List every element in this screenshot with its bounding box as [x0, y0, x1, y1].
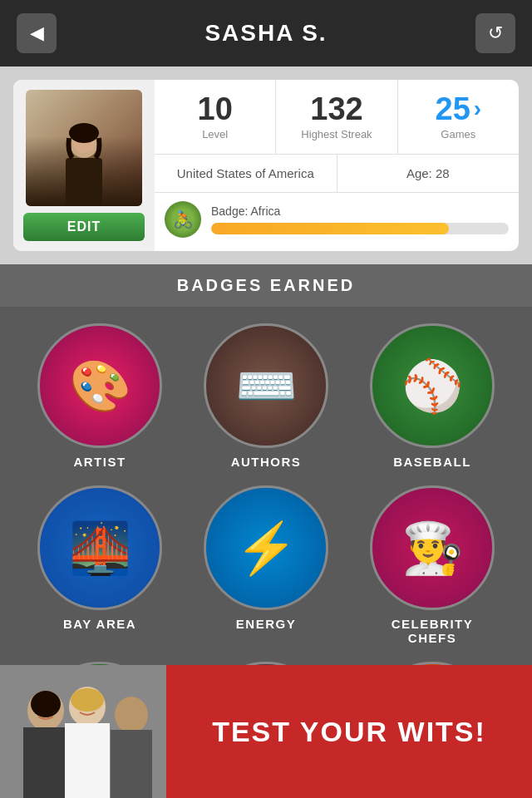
badge-progress-row: 🚴 Badge: Africa: [155, 193, 519, 246]
svg-rect-12: [111, 730, 152, 798]
svg-point-7: [31, 691, 61, 717]
stats-section: 10 Level 132 Highest Streak 25 › Games: [155, 80, 519, 251]
badge-name-1: AUTHORS: [231, 455, 302, 469]
games-stat[interactable]: 25 › Games: [398, 80, 519, 154]
badge-item[interactable]: 👨‍🍳CELEBRITY CHEFS: [357, 485, 507, 645]
badge-name-2: BASEBALL: [393, 455, 471, 469]
age-cell: Age: 28: [337, 155, 520, 192]
banner-red: TEST YOUR WITS!: [166, 665, 532, 798]
streak-label: Highest Streak: [301, 128, 372, 140]
avatar-section: EDIT: [13, 80, 155, 251]
level-label: Level: [202, 128, 228, 140]
banner-photo: [0, 665, 166, 798]
bottom-banner[interactable]: TEST YOUR WITS!: [0, 665, 532, 798]
badges-header: BADGES EARNED: [0, 264, 532, 307]
back-button[interactable]: ◀: [17, 13, 57, 53]
games-label: Games: [441, 128, 475, 140]
badge-name-4: ENERGY: [236, 617, 296, 631]
edit-button[interactable]: EDIT: [23, 213, 145, 241]
profile-section: EDIT 10 Level 132 Highest Streak 25: [0, 66, 532, 264]
profile-card: EDIT 10 Level 132 Highest Streak 25: [13, 80, 519, 251]
badge-item[interactable]: ⚡ENERGY: [191, 485, 341, 645]
badge-info: Badge: Africa: [211, 204, 509, 234]
country-cell: United States of America: [155, 155, 337, 192]
badge-item[interactable]: 🌉BAY AREA: [25, 485, 175, 645]
streak-stat: 132 Highest Streak: [276, 80, 397, 154]
badge-circle-1: ⌨️: [204, 323, 328, 448]
level-stat: 10 Level: [155, 80, 276, 154]
badge-item[interactable]: 🎨ARTIST: [25, 323, 175, 469]
games-value: 25: [436, 93, 470, 125]
badge-circle-2: ⚾: [370, 323, 495, 448]
page-title: SASHA S.: [204, 20, 327, 47]
badge-circle-0: 🎨: [37, 323, 162, 448]
badge-label: Badge: Africa: [211, 204, 509, 218]
banner-text: TEST YOUR WITS!: [212, 715, 486, 749]
badge-name-0: ARTIST: [73, 455, 126, 469]
svg-rect-9: [65, 723, 110, 798]
avatar: [26, 90, 142, 206]
badge-item[interactable]: ⌨️AUTHORS: [191, 323, 341, 469]
badge-name-5: CELEBRITY CHEFS: [392, 617, 474, 645]
badge-progress-fill: [211, 223, 449, 234]
stats-row: 10 Level 132 Highest Streak 25 › Games: [155, 80, 519, 155]
badge-name-3: BAY AREA: [63, 617, 136, 631]
badge-progress-bar: [211, 223, 509, 234]
level-value: 10: [198, 93, 233, 125]
header: ◀ SASHA S. ↺: [0, 0, 532, 66]
refresh-button[interactable]: ↺: [475, 13, 515, 53]
badge-circle-4: ⚡: [204, 485, 328, 610]
info-row: United States of America Age: 28: [155, 155, 519, 193]
badge-item[interactable]: ⚾BASEBALL: [357, 323, 507, 469]
badge-circle-3: 🌉: [37, 485, 162, 610]
profile-top: EDIT 10 Level 132 Highest Streak 25: [13, 80, 519, 251]
svg-point-3: [69, 123, 99, 143]
badge-icon: 🚴: [165, 201, 201, 238]
svg-rect-1: [66, 158, 102, 206]
svg-point-11: [115, 697, 148, 733]
streak-value: 132: [310, 93, 362, 125]
chevron-right-icon: ›: [474, 96, 481, 122]
badge-circle-5: 👨‍🍳: [370, 485, 495, 610]
svg-rect-6: [23, 727, 68, 798]
svg-point-10: [71, 688, 104, 712]
